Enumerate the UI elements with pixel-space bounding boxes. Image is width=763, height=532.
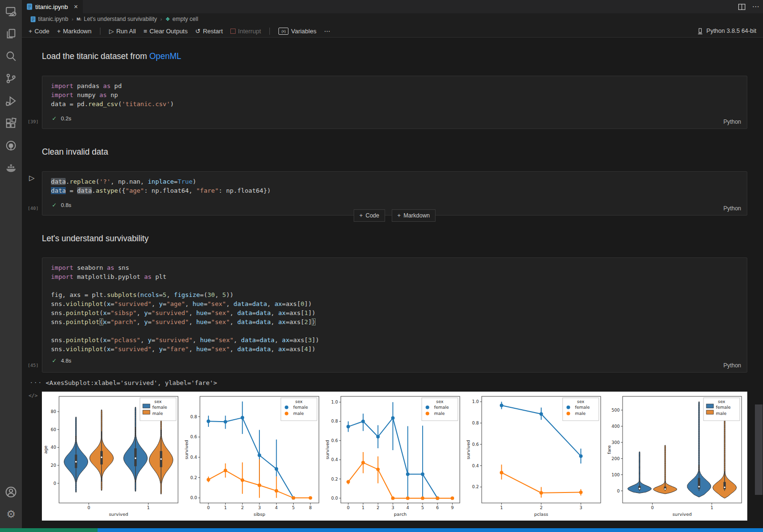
svg-text:female: female — [152, 405, 167, 410]
svg-text:female: female — [716, 405, 731, 410]
code-editor[interactable]: import seaborn as snsimport matplotlib.p… — [42, 258, 747, 354]
svg-text:8: 8 — [309, 505, 312, 510]
svg-text:0.6: 0.6 — [331, 438, 338, 443]
run-all-button[interactable]: ▷Run All — [109, 28, 136, 35]
docker-icon[interactable] — [0, 157, 22, 179]
close-icon[interactable]: ✕ — [74, 4, 78, 10]
svg-text:100: 100 — [612, 473, 620, 477]
settings-gear-icon[interactable]: ⚙ — [0, 503, 22, 525]
notebook-scroll-area[interactable]: Load the titanic dataset from OpenML [39… — [22, 38, 763, 528]
notebook-icon — [30, 16, 36, 22]
code-editor[interactable]: import pandas as pdimport numpy as npdat… — [42, 76, 747, 108]
add-code-button[interactable]: +Code — [29, 28, 50, 35]
markdown-text: Clean invalid data — [42, 147, 108, 157]
svg-text:sex: sex — [436, 399, 444, 404]
search-icon[interactable] — [0, 45, 22, 67]
svg-text:6: 6 — [436, 505, 439, 510]
cell-language[interactable]: Python — [723, 205, 741, 212]
source-control-icon[interactable] — [0, 67, 22, 89]
code-cell-3[interactable]: [45] import seaborn as snsimport matplot… — [42, 257, 747, 373]
svg-text:sex: sex — [577, 399, 585, 404]
insert-code-button[interactable]: +Code — [354, 209, 385, 222]
svg-text:sex: sex — [295, 399, 303, 404]
cell-language[interactable]: Python — [723, 118, 741, 125]
notebook-icon — [27, 3, 32, 10]
svg-text:1.0: 1.0 — [472, 399, 479, 404]
clear-outputs-button[interactable]: ≡Clear Outputs — [143, 28, 188, 35]
status-bar-main[interactable] — [98, 528, 763, 532]
markdown-cell-clean-data[interactable]: Clean invalid data — [42, 145, 747, 159]
svg-text:0.6: 0.6 — [190, 434, 198, 439]
markdown-text: Let's understand survivability — [42, 234, 149, 243]
markdown-cell-load-dataset[interactable]: Load the titanic dataset from OpenML — [42, 49, 747, 63]
svg-text:sex: sex — [718, 399, 725, 404]
svg-text:male: male — [293, 411, 304, 416]
split-editor-icon[interactable] — [738, 4, 745, 10]
svg-text:2: 2 — [241, 505, 244, 510]
remote-explorer-icon[interactable] — [0, 0, 22, 22]
github-icon[interactable] — [0, 134, 22, 157]
svg-text:0: 0 — [651, 505, 654, 510]
success-check-icon: ✓ — [52, 115, 57, 122]
svg-text:0.4: 0.4 — [472, 463, 479, 468]
run-debug-icon[interactable] — [0, 89, 22, 112]
extensions-icon[interactable] — [0, 112, 22, 134]
remote-status-segment[interactable] — [0, 528, 98, 532]
scrollbar-thumb[interactable] — [755, 404, 763, 495]
svg-text:500: 500 — [612, 408, 620, 413]
output-repr-text: <AxesSubplot:xlabel='survived', ylabel='… — [46, 379, 217, 386]
plus-icon: + — [359, 212, 363, 219]
breadcrumb-cell[interactable]: empty cell — [172, 16, 198, 22]
explorer-icon[interactable] — [0, 22, 22, 45]
markdown-text: Load the titanic dataset from — [42, 51, 149, 61]
variables-icon: (x) — [278, 28, 288, 35]
code-editor[interactable]: data.replace('?', np.nan, inplace=True)d… — [42, 172, 747, 195]
add-markdown-button[interactable]: +Markdown — [57, 28, 92, 35]
svg-text:pclass: pclass — [534, 512, 548, 517]
interrupt-button[interactable]: Interrupt — [230, 28, 261, 35]
restart-button[interactable]: ↺Restart — [195, 28, 223, 35]
variables-button[interactable]: (x)Variables — [278, 28, 316, 35]
toolbar-more-icon[interactable]: ⋯ — [324, 28, 330, 34]
status-bar — [0, 528, 763, 532]
violin-chart-age-by-survived: 02040608001survivedagesexfemalemale — [42, 393, 183, 520]
breadcrumb-file[interactable]: titanic.ipynb — [38, 16, 68, 22]
svg-text:4: 4 — [275, 505, 278, 510]
svg-text:4: 4 — [406, 505, 409, 510]
svg-text:0: 0 — [207, 505, 210, 510]
plus-icon: + — [57, 28, 61, 34]
svg-text:1.0: 1.0 — [331, 400, 338, 404]
insert-markdown-button[interactable]: +Markdown — [392, 209, 436, 222]
svg-text:0.4: 0.4 — [331, 457, 338, 462]
svg-text:survived: survived — [325, 440, 330, 460]
tab-titanic-ipynb[interactable]: titanic.ipynb ✕ — [22, 0, 83, 13]
account-icon[interactable] — [0, 481, 22, 503]
chevron-right-icon: › — [159, 16, 163, 22]
code-cell-1[interactable]: [39] import pandas as pdimport numpy as … — [42, 76, 747, 129]
execution-status: ✓ 0.2s — [42, 108, 747, 126]
svg-text:2: 2 — [540, 505, 543, 510]
violin-chart-fare-by-survived: 010020030040050001survivedfaresexfemalem… — [605, 393, 746, 520]
svg-text:400: 400 — [612, 424, 620, 429]
svg-text:0.8: 0.8 — [472, 421, 479, 425]
kernel-icon — [697, 28, 704, 35]
execution-time: 4.8s — [61, 358, 71, 364]
markdown-cell-survivability[interactable]: Let's understand survivability — [42, 232, 747, 246]
svg-text:1: 1 — [711, 505, 713, 510]
output-collapse-icon[interactable]: ... — [30, 377, 42, 384]
restart-icon: ↺ — [195, 28, 200, 34]
change-presentation-icon[interactable]: </> — [29, 393, 38, 398]
openml-link[interactable]: OpenML — [149, 51, 181, 61]
plus-icon: + — [29, 28, 32, 34]
cell-language[interactable]: Python — [723, 362, 741, 369]
more-actions-icon[interactable]: ⋯ — [752, 2, 759, 11]
breadcrumb-section[interactable]: Let's understand survivability — [84, 16, 157, 22]
execution-time: 0.2s — [61, 116, 71, 121]
activity-bar: ⚙ — [0, 0, 22, 528]
svg-text:survived: survived — [466, 440, 471, 460]
run-cell-icon[interactable]: ▷ — [29, 174, 35, 182]
kernel-picker[interactable]: Python 3.8.5 64-bit — [697, 25, 756, 37]
svg-text:1: 1 — [224, 505, 227, 510]
svg-text:0.4: 0.4 — [190, 455, 198, 460]
point-chart-survived-by-parch: 0.00.20.40.60.81.001234569parchsurviveds… — [324, 393, 465, 520]
